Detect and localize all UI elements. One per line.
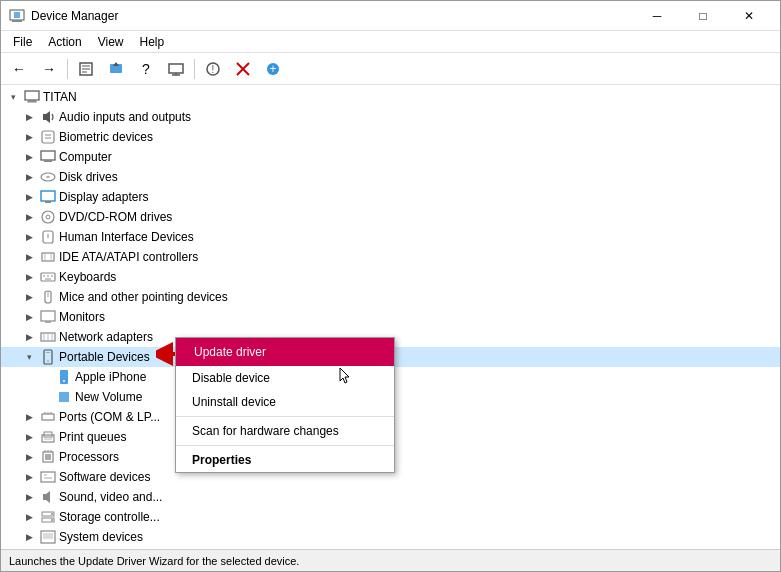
mice-expand-icon[interactable]: ▶	[21, 289, 37, 305]
back-button[interactable]: ←	[5, 56, 33, 82]
computer-expand-icon[interactable]: ▶	[21, 149, 37, 165]
computer-device-icon	[40, 149, 56, 165]
svg-rect-54	[59, 392, 69, 402]
window-controls: ─ □ ✕	[634, 1, 772, 31]
svg-rect-55	[42, 414, 54, 420]
root-expand-icon[interactable]: ▾	[5, 89, 21, 105]
sound-expand-icon[interactable]: ▶	[21, 489, 37, 505]
device-manager-window: Device Manager ─ □ ✕ File Action View He…	[0, 0, 781, 572]
storage-expand-icon[interactable]: ▶	[21, 509, 37, 525]
ctx-scan-hardware[interactable]: Scan for hardware changes	[176, 419, 394, 443]
menu-file[interactable]: File	[5, 33, 40, 51]
cpu-expand-icon[interactable]: ▶	[21, 449, 37, 465]
audio-label: Audio inputs and outputs	[59, 110, 191, 124]
keyboard-expand-icon[interactable]: ▶	[21, 269, 37, 285]
tree-disk[interactable]: ▶ Disk drives	[1, 167, 780, 187]
update-driver-button[interactable]	[102, 56, 130, 82]
svg-point-27	[46, 176, 50, 178]
svg-point-30	[42, 211, 54, 223]
system-icon	[40, 529, 56, 545]
tree-dvd[interactable]: ▶ DVD/CD-ROM drives	[1, 207, 780, 227]
toolbar: ← → ?	[1, 53, 780, 85]
computer-icon	[24, 89, 40, 105]
software-label: Software devices	[59, 470, 150, 484]
svg-rect-9	[169, 64, 183, 73]
print-label: Print queues	[59, 430, 126, 444]
delete-button[interactable]	[229, 56, 257, 82]
biometric-icon	[40, 129, 56, 145]
ports-expand-icon[interactable]: ▶	[21, 409, 37, 425]
toolbar-separator-2	[194, 59, 195, 79]
tree-biometric[interactable]: ▶ Biometric devices	[1, 127, 780, 147]
scan-button[interactable]: !	[199, 56, 227, 82]
iphone-label: Apple iPhone	[75, 370, 146, 384]
toolbar-separator-1	[67, 59, 68, 79]
tree-root[interactable]: ▾ TITAN	[1, 87, 780, 107]
monitors-label: Monitors	[59, 310, 105, 324]
tree-hid[interactable]: ▶ Human Interface Devices	[1, 227, 780, 247]
ports-label: Ports (COM & LP...	[59, 410, 160, 424]
close-button[interactable]: ✕	[726, 1, 772, 31]
root-label: TITAN	[43, 90, 77, 104]
network-button[interactable]	[162, 56, 190, 82]
ctx-update-driver[interactable]: Update driver	[176, 338, 394, 366]
device-tree: ▾ TITAN ▶	[1, 85, 780, 549]
monitor-expand-icon[interactable]: ▶	[21, 309, 37, 325]
svg-rect-25	[44, 160, 52, 162]
portable-expand-icon[interactable]: ▾	[21, 349, 37, 365]
minimize-button[interactable]: ─	[634, 1, 680, 31]
svg-rect-37	[41, 273, 55, 281]
dvd-expand-icon[interactable]: ▶	[21, 209, 37, 225]
bio-expand-icon[interactable]: ▶	[21, 129, 37, 145]
context-menu: Update driver Disable device Uninstall d…	[175, 337, 395, 473]
tree-computer[interactable]: ▶ Computer	[1, 147, 780, 167]
svg-rect-18	[25, 91, 39, 100]
print-expand-icon[interactable]: ▶	[21, 429, 37, 445]
tree-sound[interactable]: ▶ Sound, video and...	[1, 487, 780, 507]
tree-system[interactable]: ▶ System devices	[1, 527, 780, 547]
help-button[interactable]: ?	[132, 56, 160, 82]
svg-rect-21	[42, 131, 54, 143]
menu-help[interactable]: Help	[132, 33, 173, 51]
tree-keyboard[interactable]: ▶ Keyboards	[1, 267, 780, 287]
ctx-uninstall-device[interactable]: Uninstall device	[176, 390, 394, 414]
tree-ide[interactable]: ▶ IDE ATA/ATAPI controllers	[1, 247, 780, 267]
storage-label: Storage controlle...	[59, 510, 160, 524]
properties-button[interactable]	[72, 56, 100, 82]
network-label: Network adapters	[59, 330, 153, 344]
content-area[interactable]: ▾ TITAN ▶	[1, 85, 780, 549]
maximize-button[interactable]: □	[680, 1, 726, 31]
sound-label: Sound, video and...	[59, 490, 162, 504]
disk-expand-icon[interactable]: ▶	[21, 169, 37, 185]
svg-rect-34	[42, 253, 54, 261]
keyboard-label: Keyboards	[59, 270, 116, 284]
display-expand-icon[interactable]: ▶	[21, 189, 37, 205]
menu-action[interactable]: Action	[40, 33, 89, 51]
tree-monitors[interactable]: ▶ Monitors	[1, 307, 780, 327]
tree-storage[interactable]: ▶ Storage controlle...	[1, 507, 780, 527]
window-title: Device Manager	[31, 9, 634, 23]
hid-expand-icon[interactable]: ▶	[21, 229, 37, 245]
audio-expand-icon[interactable]: ▶	[21, 109, 37, 125]
tree-audio[interactable]: ▶ Audio inputs and outputs	[1, 107, 780, 127]
software-expand-icon[interactable]: ▶	[21, 469, 37, 485]
portable-label: Portable Devices	[59, 350, 150, 364]
tree-usb[interactable]: ▶ Universal Serial Bus controllers	[1, 547, 780, 549]
ctx-disable-device[interactable]: Disable device	[176, 366, 394, 390]
ctx-properties[interactable]: Properties	[176, 448, 394, 472]
svg-point-73	[51, 519, 53, 521]
print-icon	[40, 429, 56, 445]
network-expand-icon[interactable]: ▶	[21, 329, 37, 345]
menu-view[interactable]: View	[90, 33, 132, 51]
hid-icon	[40, 229, 56, 245]
system-expand-icon[interactable]: ▶	[21, 529, 37, 545]
forward-button[interactable]: →	[35, 56, 63, 82]
ide-expand-icon[interactable]: ▶	[21, 249, 37, 265]
tree-display[interactable]: ▶ Display adapters	[1, 187, 780, 207]
menu-bar: File Action View Help	[1, 31, 780, 53]
system-label: System devices	[59, 530, 143, 544]
svg-point-31	[46, 215, 50, 219]
add-button[interactable]: +	[259, 56, 287, 82]
tree-mice[interactable]: ▶ Mice and other pointing devices	[1, 287, 780, 307]
computer-label: Computer	[59, 150, 112, 164]
